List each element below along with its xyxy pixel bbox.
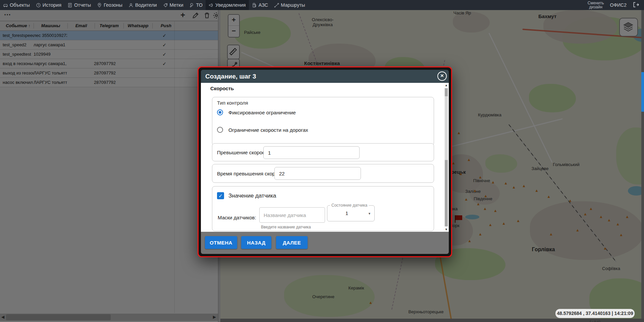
radio-label: Фиксированное ограничение [228,110,296,115]
nav-item-label: АЗС [259,2,268,8]
nav-item-то[interactable]: ТО [186,0,206,10]
radio-road-limit[interactable]: Ограничение скорости на дорогах [217,127,308,133]
wrench-icon [190,3,195,8]
scroll-up-icon[interactable]: ▲ [445,84,448,87]
dialog-title: Создание, шаг 3 [201,70,449,83]
back-button[interactable]: НАЗАД [241,236,271,249]
sensor-helper-text: Введите название датчика [261,225,311,229]
nav-item-label: ТО [196,2,203,8]
nav-item-label: Отчеты [74,2,91,8]
nav-item-label: Уведомления [215,2,246,8]
nav-item-label: История [43,2,61,8]
sensor-value-fieldset: ✓ Значение датчика Маски датчиков: Введи… [212,186,434,231]
tag-icon [163,3,168,8]
radio-unselected-icon[interactable] [217,127,223,133]
navbar-right: Сменить дизайнОФИС2 [588,0,644,10]
speed-limit-input[interactable] [263,146,360,159]
map-status-bar: 48.5792684 , 37.4140163 | 14:21:09 (+04) [555,309,635,318]
speed-limit-fieldset: Превышение скорости, км/ч [212,143,434,161]
sensor-name-input[interactable] [259,207,325,223]
speed-time-fieldset: Время превышения скорости, сек [212,164,434,183]
sensor-checkbox-label: Значение датчика [228,193,276,199]
nav-item-label: Объекты [10,2,30,8]
speed-time-input[interactable] [274,167,361,180]
account-name[interactable]: ОФИС2 [610,2,627,8]
radio-fixed-limit[interactable]: Фиксированное ограничение [217,109,296,115]
nav-item-геозоны[interactable]: Геозоны [94,0,125,10]
close-icon[interactable]: × [437,71,447,81]
control-type-legend: Тип контроля [217,100,248,106]
sensor-state-select[interactable]: Состояние датчика 1 ▼ [327,205,375,221]
section-heading: Скорость [210,86,234,91]
sensor-state-value: 1 [327,206,366,221]
sensor-masks-label: Маски датчиков: [218,215,256,220]
nav-item-уведомления[interactable]: Уведомления [206,0,249,10]
radio-label: Ограничение скорости на дорогах [228,127,308,133]
app-root: ОбъектыИсторияОтчетыГеозоныВодителиМетки… [0,0,644,322]
geofence-pin-icon [97,3,102,8]
nav-item-label: Метки [170,2,183,8]
nav-item-отчеты[interactable]: Отчеты [64,0,94,10]
fuel-icon [252,3,257,8]
dialog-scrollbar: ▲ ▼ [444,83,449,232]
nav-item-объекты[interactable]: Объекты [0,0,33,10]
nav-item-метки[interactable]: Метки [160,0,186,10]
clock-icon [36,3,41,8]
create-notification-dialog: Создание, шаг 3 × Скорость ▲ ▼ Тип контр… [198,66,452,257]
nav-item-label: Маршруты [281,2,305,8]
dialog-body: Скорость ▲ ▼ Тип контроля Фиксированное … [201,83,449,232]
nav-item-label: Водители [135,2,157,8]
driver-icon [128,3,133,8]
radio-selected-icon[interactable] [217,109,223,115]
dialog-scroll-thumb[interactable] [445,96,448,160]
logout-icon[interactable] [633,1,639,9]
report-icon [67,3,72,8]
megaphone-icon [209,3,214,8]
car-icon [3,3,8,8]
top-navbar: ОбъектыИсторияОтчетыГеозоныВодителиМетки… [0,0,644,10]
nav-item-маршруты[interactable]: Маршруты [271,0,308,10]
nav-item-история[interactable]: История [33,0,64,10]
cancel-button[interactable]: ОТМЕНА [205,236,237,249]
page-scrollbar-thumb[interactable] [641,72,644,112]
nav-item-азс[interactable]: АЗС [249,0,271,10]
sensor-checkbox[interactable]: ✓ [217,192,224,199]
nav-item-label: Геозоны [104,2,122,8]
next-button[interactable]: ДАЛЕЕ [276,236,308,249]
change-design-link[interactable]: Сменить дизайн [588,1,604,9]
dialog-footer: ОТМЕНА НАЗАД ДАЛЕЕ [201,232,449,254]
nav-item-водители[interactable]: Водители [125,0,160,10]
control-type-fieldset: Тип контроля Фиксированное ограничение О… [212,97,434,146]
route-icon [274,3,279,8]
chevron-down-icon: ▼ [368,212,371,215]
scroll-down-icon[interactable]: ▼ [445,228,448,231]
